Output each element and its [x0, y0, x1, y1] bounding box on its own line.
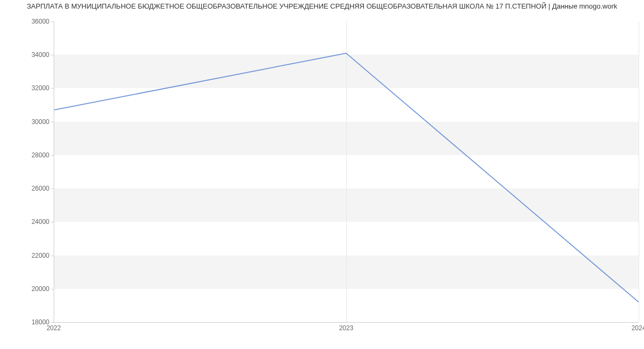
y-tick-label: 36000 [6, 18, 49, 25]
x-tick-label: 2023 [339, 324, 354, 332]
x-axis-line [54, 322, 639, 323]
y-axis-line [54, 21, 54, 322]
y-tick-label: 20000 [6, 285, 49, 293]
x-gridline [639, 21, 639, 322]
y-tick-label: 18000 [6, 318, 49, 326]
plot-area [54, 21, 639, 322]
y-tick-label: 26000 [6, 185, 49, 192]
y-tick-label: 24000 [6, 218, 49, 226]
y-tick-label: 34000 [6, 51, 49, 59]
chart-title: ЗАРПЛАТА В МУНИЦИПАЛЬНОЕ БЮДЖЕТНОЕ ОБЩЕО… [0, 2, 644, 10]
y-tick-label: 32000 [6, 84, 49, 92]
x-tick-label: 2022 [47, 324, 61, 332]
series-line [54, 53, 639, 302]
y-tick-label: 30000 [6, 118, 49, 126]
chart-container: ЗАРПЛАТА В МУНИЦИПАЛЬНОЕ БЮДЖЕТНОЕ ОБЩЕО… [0, 0, 644, 349]
y-tick-label: 28000 [6, 151, 49, 159]
x-tick-label: 2024 [632, 324, 644, 332]
y-tick-label: 22000 [6, 252, 49, 259]
line-series [54, 21, 639, 322]
